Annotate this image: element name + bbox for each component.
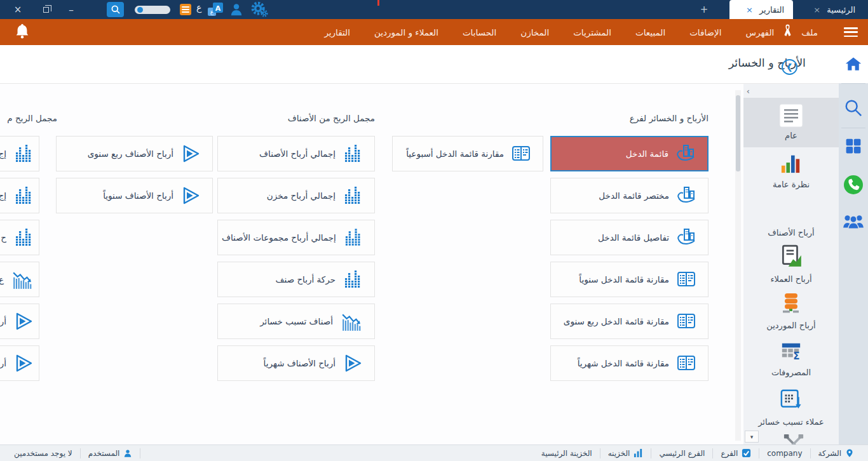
tab-label: التقارير [759,5,784,15]
report-card[interactable]: أر [0,304,39,339]
report-column: مقارنة قائمة الدخل أسبوعياً [392,136,543,178]
new-tab-button[interactable]: + [696,0,712,19]
report-card[interactable]: مقارنة قائمة الدخل سنوياً [550,262,709,297]
report-card-label: مختصر قائمة الدخل [599,190,669,201]
report-card[interactable]: أرباح الأصناف شهرياً [217,345,375,381]
report-card[interactable]: مختصر قائمة الدخل [550,178,709,213]
report-card[interactable]: ح [0,220,39,255]
page-header: الأرباح و الخسائر الفرع الرئيسي ∨ المخزن… [0,45,839,84]
compare-lists-icon [676,269,696,290]
table-sigma-icon [780,340,803,362]
collapse-panel-button[interactable]: ❯ [782,59,797,75]
status-company[interactable]: الشركة [811,448,862,458]
status-company-name: company [767,449,802,458]
status-company-value[interactable]: company [759,449,810,458]
report-card-income-statement[interactable]: قائمة الدخل [550,136,709,171]
report-card[interactable]: مقارنة قائمة الدخل ربع سنوى [550,304,709,339]
status-branch-label: الفرع [721,449,738,458]
settings-button[interactable] [249,0,269,19]
sidebar-item-expenses[interactable]: المصروفات [743,340,839,377]
tab-reports[interactable]: التقارير × [729,0,793,19]
menu-file[interactable]: ملف [789,27,830,37]
menu-customers-suppliers[interactable]: العملاء و الموردين [362,27,451,37]
menu-index[interactable]: الفهرس [733,27,786,37]
user-account-button[interactable] [227,0,245,19]
report-card[interactable]: أرباح الأصناف ربع سنوى [56,136,213,171]
translate-button[interactable] [206,0,225,19]
sidebar-item-item-profits[interactable]: أرباح الأصناف [743,225,839,237]
report-card-label: مقارنة قائمة الدخل أسبوعياً [406,149,504,159]
report-card[interactable]: تفاصيل قائمة الدخل [550,220,709,255]
sidebar-item-customer-profits[interactable]: أرباح العملاء [743,244,839,284]
report-card[interactable]: أصناف تسبب خسائر [217,304,375,339]
menu-reports[interactable]: التقارير [312,27,362,37]
scrollbar-thumb[interactable] [736,95,740,171]
report-card[interactable]: ع [0,262,39,297]
rail-apps-button[interactable] [839,137,868,155]
play-arrow-icon [13,353,34,373]
rail-whatsapp-button[interactable] [839,174,868,196]
quick-search-button[interactable] [107,2,124,17]
status-user[interactable]: المستخدم [81,449,140,458]
rail-search-button[interactable] [839,98,868,117]
tab-close-icon[interactable]: × [746,5,753,15]
menu-purchases[interactable]: المشتريات [561,27,623,37]
hamburger-menu-button[interactable] [844,27,858,37]
window-restore-button[interactable] [37,0,55,19]
status-treasury-value[interactable]: الخزينة الرئيسية [534,449,600,458]
report-card[interactable]: إجمالي أرباح الأصناف [217,136,375,171]
icon-rail [839,45,868,461]
sidebar-collapse-button[interactable]: › [747,86,750,96]
report-card[interactable]: إجمالي أرباح مخزن [217,178,375,213]
report-card[interactable]: إج [0,178,39,213]
tab-home[interactable]: الرئيسية × [796,0,864,19]
language-switch[interactable]: ع [196,3,201,13]
report-card-label: أر [0,358,6,368]
menu-addons[interactable]: الإضافات [677,27,733,37]
status-branch-value[interactable]: الفرع الرئيسي [651,449,712,458]
group-title-branch-pl: الأرباح و الخسائر لفرع [550,113,709,123]
menu-warehouses[interactable]: المخازن [508,27,561,37]
grid-loss-icon [779,389,803,411]
report-growth-icon [779,244,803,269]
report-card[interactable]: إجمالي أرباح مجموعات الأصناف [217,220,375,255]
income-statement-icon [675,144,696,164]
users-group-icon [843,212,864,231]
database-stack-icon [780,292,803,315]
person-icon [229,3,243,17]
list-icon[interactable] [180,4,191,15]
notifications-bell-icon[interactable] [14,23,31,42]
content-scrollbar[interactable] [735,90,741,441]
report-card[interactable]: أر [0,345,39,381]
rail-users-button[interactable] [839,212,868,231]
status-treasury[interactable]: الخزينه [600,448,651,458]
income-statement-icon [676,185,696,206]
play-arrow-icon [342,353,363,373]
report-card[interactable]: إج [0,136,39,171]
sidebar-item-supplier-profits[interactable]: أرباح الموردين [743,292,839,330]
report-card[interactable]: حركة أرباح صنف [217,262,375,297]
sidebar-item-label: نظرة عامة [743,180,839,189]
report-card[interactable]: مقارنة قائمة الدخل أسبوعياً [392,136,543,171]
sidebar-more-button[interactable]: ▾ [745,431,759,443]
report-card[interactable]: أرباح الأصناف سنوياً [56,178,213,213]
report-card[interactable]: مقارنة قائمة الدخل شهرياً [550,345,709,381]
report-card-label: مقارنة قائمة الدخل ربع سنوى [564,316,669,326]
window-minimize-button[interactable]: – [62,0,80,19]
report-card-label: أصناف تسبب خسائر [260,316,333,326]
compare-lists-icon [676,311,696,331]
sidebar-item-label: أرباح الأصناف [743,228,839,237]
tab-close-icon[interactable]: × [813,5,820,15]
minimize-icon: – [69,4,74,16]
window-close-button[interactable]: × [9,0,27,19]
sidebar-item-overview[interactable]: نظرة عامة [743,152,839,189]
report-card-label: إج [0,190,6,201]
rail-home-button[interactable] [839,55,868,73]
status-branch[interactable]: الفرع [713,448,759,458]
menu-accounts[interactable]: الحسابات [451,27,508,37]
sidebar-item-general[interactable]: عام [743,98,839,147]
sidebar-item-loss-customers[interactable]: عملاء تسبب خسائر [743,389,839,427]
theme-toggle[interactable] [135,6,170,14]
title-bar: × – ع + التقارير × الرئيسية × [0,0,868,19]
menu-sales[interactable]: المبيعات [623,27,677,37]
